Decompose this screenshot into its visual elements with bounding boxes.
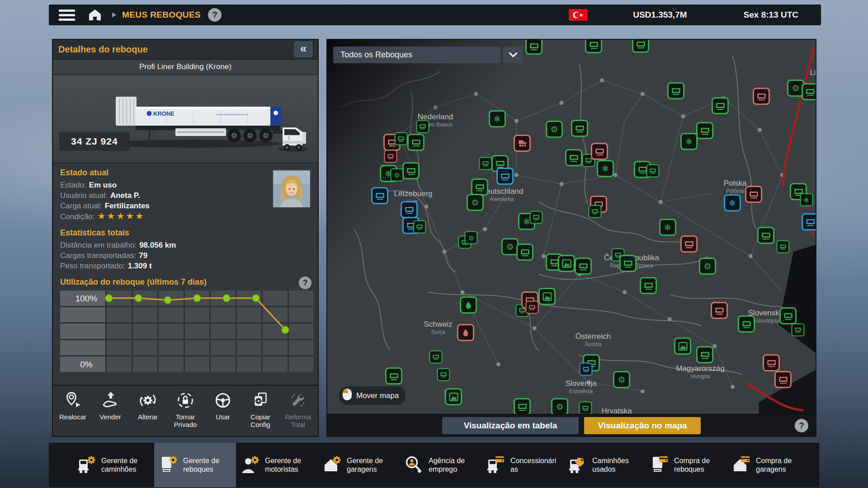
realocar-button[interactable]: Realocar	[55, 390, 91, 436]
trailer-marker[interactable]	[445, 388, 462, 405]
trailer-marker[interactable]	[526, 301, 539, 314]
trailer-marker[interactable]	[757, 227, 774, 244]
nav-item-gerente-de-motoristas[interactable]: Gerente de motoristas	[236, 443, 318, 487]
trailer-marker[interactable]	[585, 40, 602, 53]
trailer-marker[interactable]	[514, 135, 531, 152]
trailer-marker[interactable]	[674, 338, 691, 355]
trailer-marker[interactable]	[696, 122, 713, 139]
trailer-marker[interactable]: ❄	[724, 194, 741, 211]
trailer-marker[interactable]: ⚙	[391, 169, 404, 182]
trailer-marker[interactable]	[479, 157, 492, 170]
trailer-marker[interactable]	[580, 363, 593, 376]
trailer-marker[interactable]	[525, 40, 542, 55]
trailer-marker[interactable]	[779, 307, 797, 324]
trailer-marker[interactable]	[680, 235, 698, 253]
trailer-marker[interactable]	[667, 82, 684, 99]
vender-button[interactable]: Vender	[92, 390, 128, 436]
steering-wheel-icon	[213, 390, 233, 412]
nav-item-gerente-de-caminh-es[interactable]: Gerente de caminhões	[72, 443, 154, 487]
trailer-marker[interactable]	[496, 168, 514, 185]
nav-item-caminh-es-usados[interactable]: Caminhões usados	[563, 443, 645, 487]
trailer-marker[interactable]	[632, 40, 649, 53]
trailer-marker[interactable]	[371, 187, 388, 204]
trailer-marker[interactable]	[802, 213, 816, 230]
home-icon[interactable]	[88, 8, 102, 22]
trailer-marker[interactable]	[385, 367, 402, 385]
trailer-marker[interactable]: ⚙	[551, 398, 568, 414]
trailer-marker[interactable]	[619, 255, 637, 272]
nav-item-label: Gerente de reboques	[183, 456, 231, 474]
trailer-marker[interactable]: ❄	[659, 219, 676, 236]
trailer-marker[interactable]	[437, 368, 450, 381]
trailer-marker[interactable]	[429, 351, 443, 364]
trailer-marker[interactable]: ❄	[680, 133, 698, 150]
trailer-marker[interactable]	[471, 178, 488, 196]
copiar-config-button[interactable]: Copiar Config	[242, 390, 278, 436]
table-view-button[interactable]: Visualização em tabela	[442, 417, 579, 434]
trailer-marker[interactable]	[646, 164, 660, 178]
menu-icon[interactable]	[59, 9, 75, 21]
trailer-marker[interactable]	[763, 354, 780, 371]
trailer-marker[interactable]	[575, 258, 592, 275]
trailer-marker[interactable]: ❄	[489, 110, 506, 127]
trailer-marker[interactable]	[745, 186, 762, 203]
trailer-marker[interactable]	[571, 120, 588, 137]
trailer-marker[interactable]	[401, 201, 418, 218]
map-view-button[interactable]: Visualização no mapa	[584, 417, 701, 434]
trailer-marker[interactable]	[516, 244, 533, 261]
trailer-marker[interactable]	[802, 83, 816, 100]
trailer-marker[interactable]	[640, 277, 657, 294]
help-icon[interactable]: ?	[208, 8, 222, 22]
status-row-label: Estado:	[60, 181, 86, 189]
trailer-image: KRONE 34 ZJ 924	[53, 75, 318, 164]
overhaul-wrench-icon	[288, 390, 308, 412]
trailer-marker[interactable]	[413, 221, 426, 234]
map-surface[interactable]: NederlandPaíses BaixosLëtzebuergLuxDeuts…	[327, 40, 816, 414]
trailer-marker[interactable]	[416, 120, 429, 133]
usar-button[interactable]: Usar	[205, 390, 241, 436]
trailer-marker[interactable]	[457, 324, 474, 341]
trailer-marker[interactable]	[696, 346, 713, 363]
trailer-marker[interactable]	[402, 162, 420, 179]
trailer-marker[interactable]	[589, 205, 602, 218]
trailer-marker[interactable]: ❄	[597, 160, 614, 177]
nav-item-ag-ncia-de-emprego[interactable]: Agência de emprego	[400, 443, 481, 487]
trailer-marker[interactable]	[774, 371, 792, 388]
trailer-marker[interactable]: ⚙	[467, 194, 484, 211]
trailer-marker[interactable]	[460, 296, 477, 314]
trailer-marker[interactable]	[407, 134, 425, 151]
trailer-marker[interactable]	[792, 324, 805, 337]
trailer-marker[interactable]	[565, 149, 582, 166]
trailer-marker[interactable]	[712, 97, 729, 114]
map-help-icon[interactable]: ?	[795, 419, 808, 432]
trailer-marker[interactable]: ❄	[800, 193, 813, 206]
trailer-marker[interactable]	[558, 255, 575, 272]
trailer-marker[interactable]	[514, 398, 531, 414]
nav-item-compra-de-garagens[interactable]: Compra de garagens	[727, 443, 809, 487]
trailer-marker[interactable]: ⚙	[465, 231, 478, 244]
trailer-marker[interactable]: ⚙	[613, 371, 630, 388]
trailer-marker[interactable]: ⚙	[546, 121, 563, 138]
trailer-marker[interactable]	[738, 315, 755, 333]
trailer-marker[interactable]	[711, 302, 728, 319]
trailer-marker[interactable]	[384, 150, 397, 163]
nav-item-label: Gerente de caminhões	[101, 456, 149, 474]
trailer-filter-dropdown[interactable]: Todos os Reboques	[333, 47, 500, 63]
alterar-button[interactable]: Alterar	[130, 390, 166, 436]
trailer-marker[interactable]	[591, 143, 608, 160]
trailer-marker[interactable]	[395, 132, 408, 145]
trailer-marker[interactable]	[777, 240, 790, 253]
chevron-down-icon[interactable]	[503, 47, 523, 63]
collapse-panel-button[interactable]: «	[294, 42, 312, 57]
trailer-marker[interactable]	[753, 88, 770, 105]
trailer-marker[interactable]	[538, 288, 556, 305]
trailer-marker[interactable]: ⚙	[699, 258, 716, 275]
tornar-privado-button[interactable]: Tornar Privado	[167, 390, 203, 436]
nav-item-gerente-de-reboques[interactable]: Gerente de reboques	[154, 443, 236, 487]
nav-item-gerente-de-garagens[interactable]: Gerente de garagens	[318, 443, 400, 487]
nav-item-compra-de-reboques[interactable]: Compra de reboques	[645, 443, 727, 487]
nav-item-concession-rias[interactable]: Concessionárias	[481, 443, 563, 487]
usage-help-icon[interactable]: ?	[299, 277, 311, 289]
trailer-marker[interactable]	[530, 211, 543, 224]
trailer-marker[interactable]	[579, 402, 592, 414]
